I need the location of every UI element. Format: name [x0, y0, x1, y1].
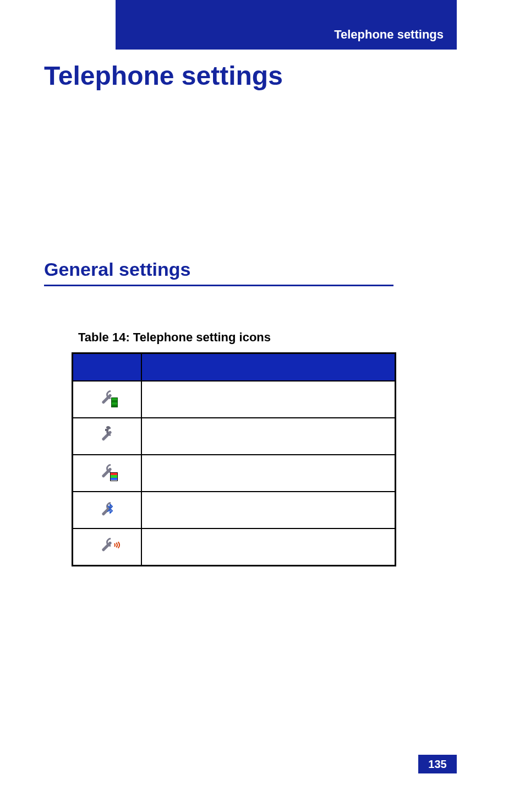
table-row: [73, 381, 396, 418]
table-cell-description: [141, 418, 396, 455]
table-row: [73, 492, 396, 528]
table-cell-description: [141, 492, 396, 528]
section-title-general-settings: General settings: [44, 259, 393, 286]
page-title: Telephone settings: [44, 61, 283, 91]
wrench-bluetooth-icon: [99, 503, 114, 518]
table-row: [73, 528, 396, 566]
table-cell-description: [141, 455, 396, 492]
telephone-setting-icons-table: [72, 352, 396, 566]
wrench-phone-icon: [99, 391, 114, 408]
running-header: Telephone settings: [334, 28, 444, 42]
wrench-connectivity-icon: [99, 538, 114, 556]
wrench-note-icon: [99, 428, 114, 445]
table-row: [73, 418, 396, 455]
table-cell-description: [141, 528, 396, 566]
table-header-row: [73, 353, 396, 382]
table-caption: Table 14: Telephone setting icons: [78, 330, 271, 345]
table-row: [73, 455, 396, 492]
table-header-description: [141, 353, 396, 382]
page-number: 135: [418, 755, 457, 773]
header-bar: Telephone settings: [116, 0, 457, 50]
table-header-icon: [73, 353, 141, 382]
table-cell-description: [141, 381, 396, 418]
wrench-palette-icon: [99, 465, 114, 482]
